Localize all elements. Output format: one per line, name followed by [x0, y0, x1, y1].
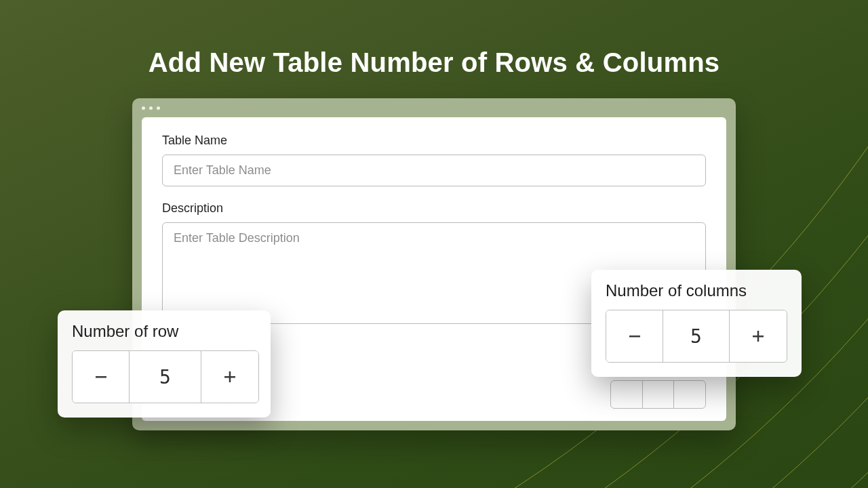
window-dot-icon: [149, 106, 153, 110]
window-dot-icon: [142, 106, 145, 110]
svg-rect-5: [757, 331, 760, 342]
columns-callout: Number of columns 5: [591, 270, 802, 377]
columns-stepper-background: [610, 380, 706, 409]
rows-callout: Number of row 5: [58, 310, 271, 418]
minus-icon: [627, 328, 643, 344]
rows-increment-button[interactable]: [201, 351, 258, 403]
rows-decrement-button[interactable]: [73, 351, 130, 403]
columns-increment-button[interactable]: [730, 310, 787, 362]
plus-icon: [750, 328, 766, 344]
columns-stepper: 5: [606, 310, 787, 363]
columns-value: 5: [663, 310, 730, 362]
window-dot-icon: [157, 106, 160, 110]
plus-icon: [222, 369, 238, 385]
description-label: Description: [162, 201, 706, 216]
rows-label: Number of row: [72, 322, 256, 341]
table-name-input[interactable]: [162, 155, 706, 186]
columns-label: Number of columns: [606, 281, 787, 300]
minus-icon: [93, 369, 109, 385]
page-title: Add New Table Number of Rows & Columns: [0, 47, 868, 78]
svg-rect-3: [629, 336, 640, 338]
columns-decrement-button[interactable]: [606, 310, 663, 362]
svg-rect-2: [229, 371, 231, 382]
rows-stepper: 5: [72, 350, 259, 403]
table-name-label: Table Name: [162, 134, 706, 148]
window-titlebar: [132, 98, 736, 117]
rows-value: 5: [130, 351, 201, 403]
svg-rect-0: [96, 376, 106, 378]
